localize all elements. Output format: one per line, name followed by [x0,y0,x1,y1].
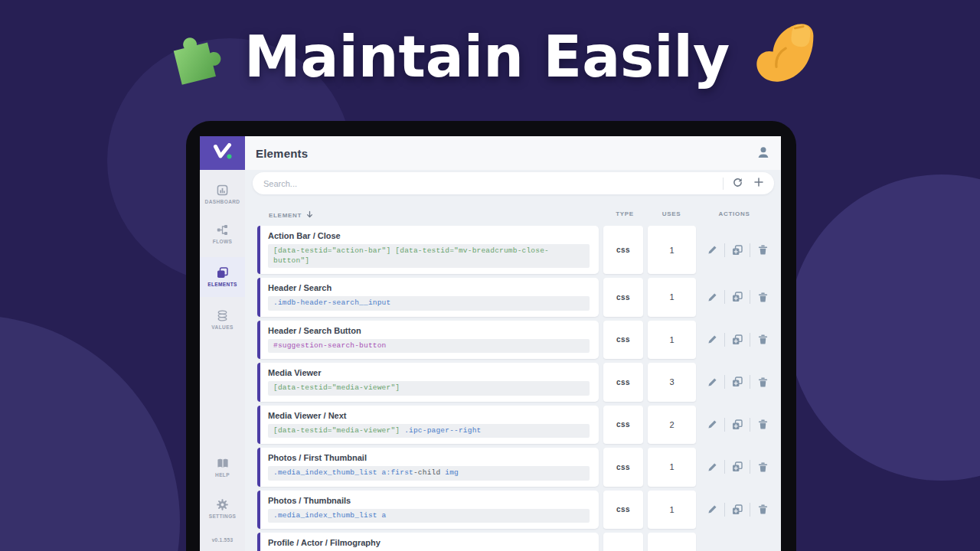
app-header: Elements [245,136,781,170]
table-row: Action Bar / Close [data-testid="action-… [257,226,774,274]
table-row: Media Viewer [data-testid="media-viewer"… [257,363,774,402]
selector-token: .imdb-header-search__input [273,298,390,307]
duplicate-button[interactable] [727,374,747,390]
element-name: Profile / Actor / Filmography [268,538,590,548]
column-label: USES [662,210,681,217]
plus-icon [754,178,763,189]
row-accent-bar [257,406,260,445]
element-name: Header / Search [268,283,590,293]
sidebar-item-flows[interactable]: FLOWS [200,217,245,251]
trash-icon [758,462,768,472]
divider [750,460,750,474]
trash-icon [758,419,768,429]
sidebar-item-dashboard[interactable]: DASHBOARD [200,178,245,211]
element-name: Photos / Thumbnails [268,496,590,506]
divider [750,243,750,257]
divider [724,375,725,389]
duplicate-button[interactable] [727,332,747,347]
trash-icon [758,292,768,302]
add-element-button[interactable] [748,174,769,194]
element-card[interactable]: Header / Search .imdb-header-search__inp… [257,278,599,317]
trash-icon [758,504,768,514]
row-accent-bar [257,533,260,551]
delete-button[interactable] [753,417,773,432]
edit-button[interactable] [702,332,722,347]
duplicate-button[interactable] [727,502,747,517]
bar-chart-icon [217,184,228,196]
element-name: Media Viewer / Next [268,411,590,421]
column-label: ELEMENT [269,212,302,219]
element-name: Header / Search Button [268,326,590,336]
copy-plus-icon [732,461,743,472]
sidebar-item-help[interactable]: HELP [200,451,245,484]
search-input[interactable] [263,179,723,188]
puzzle-icon [162,24,223,89]
edit-button[interactable] [702,502,722,517]
divider [724,418,725,432]
trash-icon [758,334,768,344]
copy-plus-icon [732,377,743,387]
sidebar-item-label: FLOWS [213,239,232,244]
duplicate-button[interactable] [727,459,747,474]
element-selector: [data-testid="action-bar"] [data-testid=… [268,244,590,268]
row-actions [701,491,774,530]
sidebar-item-settings[interactable]: SETTINGS [200,492,245,526]
decor-circle [789,174,980,481]
sidebar-item-values[interactable]: VALUES [200,303,245,337]
element-type: css [603,321,643,360]
search-bar [253,172,774,194]
element-card[interactable]: Photos / Thumbnails .media_index_thumb_l… [257,491,599,530]
divider [724,333,725,347]
row-actions [701,533,774,551]
element-card[interactable]: Profile / Actor / Filmography [data-test… [257,533,599,551]
trash-icon [758,377,768,387]
pencil-icon [707,334,717,344]
refresh-icon [733,178,743,190]
flow-icon [217,224,228,236]
copy-plus-icon [732,504,743,515]
table-row: Photos / First Thumbnail .media_index_th… [257,448,774,487]
sidebar-item-label: ELEMENTS [207,282,237,287]
duplicate-button[interactable] [727,289,747,305]
copy-plus-icon [732,292,743,302]
row-actions [701,321,774,360]
pencil-icon [707,419,717,429]
divider [750,418,750,432]
user-account-button[interactable] [756,145,770,161]
edit-button[interactable] [702,243,722,258]
delete-button[interactable] [753,332,773,347]
row-actions [701,363,774,402]
element-card[interactable]: Header / Search Button #suggestion-searc… [257,321,599,360]
edit-button[interactable] [702,459,722,474]
edit-button[interactable] [702,289,722,305]
element-name: Media Viewer [268,368,590,378]
column-header-uses: USES [660,210,683,217]
element-card[interactable]: Action Bar / Close [data-testid="action-… [257,226,599,274]
delete-button[interactable] [753,374,773,390]
delete-button[interactable] [753,502,773,517]
element-selector: [data-testid="media-viewer"] .ipc-pager-… [268,424,590,439]
app-logo[interactable] [200,136,245,170]
edit-button[interactable] [702,417,722,432]
element-uses: 3 [648,363,696,402]
delete-button[interactable] [753,459,773,474]
element-card[interactable]: Media Viewer / Next [data-testid="media-… [257,406,599,445]
column-header-element[interactable]: ELEMENT [269,210,313,220]
duplicate-button[interactable] [727,243,747,258]
sidebar-item-label: DASHBOARD [205,199,240,204]
row-accent-bar [257,491,260,530]
element-uses: 1 [648,491,696,530]
delete-button[interactable] [753,289,773,305]
edit-button[interactable] [702,374,722,390]
element-card[interactable]: Media Viewer [data-testid="media-viewer"… [257,363,599,402]
delete-button[interactable] [753,243,773,258]
duplicate-button[interactable] [727,417,747,432]
selector-token: #suggestion-search-button [273,341,387,350]
trash-icon [758,245,768,255]
refresh-button[interactable] [727,174,748,194]
sidebar-item-elements[interactable]: ELEMENTS [200,257,245,297]
element-card[interactable]: Photos / First Thumbnail .media_index_th… [257,448,599,487]
sidebar-item-label: VALUES [211,324,233,330]
sidebar-item-label: SETTINGS [209,514,237,519]
table-row: Media Viewer / Next [data-testid="media-… [257,406,774,445]
